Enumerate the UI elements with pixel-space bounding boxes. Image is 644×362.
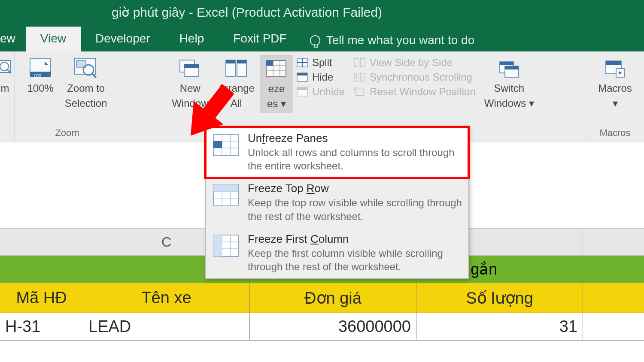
- svg-rect-12: [184, 64, 199, 68]
- header-so-luong[interactable]: Số lượng: [416, 283, 583, 313]
- svg-rect-22: [266, 60, 273, 66]
- col-header-b[interactable]: [0, 229, 83, 255]
- header-ten-xe[interactable]: Tên xe: [83, 283, 250, 313]
- tab-help[interactable]: Help: [165, 27, 219, 51]
- switch-windows-button[interactable]: Switch Windows ▾: [480, 55, 538, 112]
- unfreeze-desc: Unlock all rows and columns to scroll th…: [248, 146, 462, 172]
- freeze-first-column-item[interactable]: Freeze First Column Keep the first colum…: [206, 228, 468, 278]
- reset-pos-icon: [354, 87, 365, 97]
- cell-blank[interactable]: [583, 313, 644, 341]
- split-button[interactable]: Split: [297, 57, 345, 69]
- new-window-button[interactable]: New Window: [167, 55, 213, 112]
- ribbon-group-partial: m: [0, 51, 15, 142]
- unhide-button: Unhide: [297, 86, 345, 98]
- freeze-top-row-icon: [213, 184, 239, 207]
- sync-scroll-icon: [354, 72, 365, 82]
- view-side-by-side-button: View Side by Side: [354, 57, 476, 69]
- cell-ten-xe[interactable]: LEAD: [83, 313, 250, 341]
- ribbon-tabstrip: ew View Developer Help Foxit PDF Tell me…: [0, 24, 644, 51]
- freeze-top-row-title: Freeze Top Row: [248, 182, 462, 195]
- freeze-panes-dropdown: Unfreeze Panes Unlock all rows and colum…: [205, 127, 469, 279]
- freeze-first-column-desc: Keep the first column visible while scro…: [248, 247, 462, 273]
- svg-rect-59: [213, 235, 222, 256]
- macros-button[interactable]: Macros ▾: [594, 55, 636, 112]
- side-by-side-icon: [354, 57, 365, 68]
- table-header-row: Mã HĐ Tên xe Đơn giá Số lượng: [0, 283, 644, 313]
- col-header-f[interactable]: F: [583, 229, 644, 255]
- split-icon: [297, 57, 308, 68]
- svg-rect-36: [500, 62, 513, 65]
- svg-rect-31: [361, 59, 365, 67]
- arrange-all-button[interactable]: Arrange All: [214, 55, 259, 112]
- title-bar: giờ phút giây - Excel (Product Activatio…: [0, 0, 644, 24]
- window-title: giờ phút giây - Excel (Product Activatio…: [112, 5, 382, 20]
- svg-rect-47: [213, 141, 222, 148]
- tab-foxit-pdf[interactable]: Foxit PDF: [219, 27, 301, 51]
- switch-windows-icon: [497, 57, 521, 80]
- cell-ma-hd[interactable]: H-31: [0, 313, 83, 341]
- arrange-all-icon: [224, 57, 248, 80]
- svg-text:100: 100: [33, 73, 41, 78]
- svg-rect-34: [356, 89, 364, 96]
- group-label-macros: Macros: [599, 127, 630, 140]
- unfreeze-panes-item[interactable]: Unfreeze Panes Unlock all rows and colum…: [206, 127, 468, 178]
- freeze-first-column-icon: [213, 234, 239, 257]
- zoom-100-button[interactable]: 100 100%: [23, 55, 58, 97]
- tab-partial[interactable]: ew: [0, 27, 26, 51]
- freeze-top-row-item[interactable]: Freeze Top Row Keep the top row visible …: [206, 178, 468, 228]
- freeze-first-column-title: Freeze First Column: [248, 232, 462, 246]
- tell-me[interactable]: Tell me what you want to do: [301, 29, 483, 51]
- synchronous-scrolling-button: Synchronous Scrolling: [354, 71, 476, 83]
- header-blank[interactable]: [583, 283, 644, 313]
- ribbon-group-macros: Macros ▾ Macros: [586, 51, 644, 142]
- new-window-icon: [178, 57, 202, 80]
- svg-rect-53: [213, 184, 238, 191]
- header-ma-hd[interactable]: Mã HĐ: [0, 283, 83, 313]
- hide-button[interactable]: Hide: [297, 71, 345, 83]
- tab-view[interactable]: View: [26, 27, 81, 51]
- cell-so-luong[interactable]: 31: [416, 313, 583, 341]
- unfreeze-panes-icon: [213, 133, 239, 157]
- svg-rect-30: [355, 59, 359, 67]
- percent-icon: 100: [28, 57, 52, 80]
- svg-rect-29: [297, 87, 307, 90]
- zoom-to-selection-button[interactable]: Zoom to Selection: [61, 55, 112, 112]
- side-by-side-list: View Side by Side Synchronous Scrolling …: [352, 55, 478, 100]
- svg-rect-14: [226, 60, 235, 63]
- svg-rect-40: [606, 61, 621, 65]
- table-row: H-31 LEAD 36000000 31: [0, 313, 644, 341]
- tell-me-label: Tell me what you want to do: [326, 33, 475, 47]
- reset-window-position-button: Reset Window Position: [354, 86, 476, 98]
- header-don-gia[interactable]: Đơn giá: [250, 283, 416, 313]
- freeze-top-row-desc: Keep the top row visible while scrolling…: [248, 196, 462, 223]
- ribbon-group-zoom: 100 100% Zoom to Selection Zoom: [15, 51, 120, 142]
- zoom-selection-icon: [74, 57, 98, 80]
- svg-rect-27: [297, 73, 307, 75]
- group-label-zoom: Zoom: [55, 127, 79, 140]
- macros-icon: [603, 57, 627, 80]
- tab-developer[interactable]: Developer: [81, 27, 165, 51]
- svg-rect-16: [237, 60, 246, 63]
- cell-don-gia[interactable]: 36000000: [250, 313, 416, 341]
- freeze-panes-button[interactable]: eze es ▾: [260, 55, 293, 113]
- lightbulb-icon: [310, 35, 320, 45]
- svg-rect-38: [505, 66, 519, 69]
- hide-icon: [297, 72, 308, 82]
- freeze-panes-icon: [264, 58, 289, 80]
- split-hide-list: Split Hide Unhide: [294, 55, 347, 100]
- unhide-icon: [297, 87, 308, 97]
- unfreeze-title: Unfreeze Panes: [248, 132, 462, 145]
